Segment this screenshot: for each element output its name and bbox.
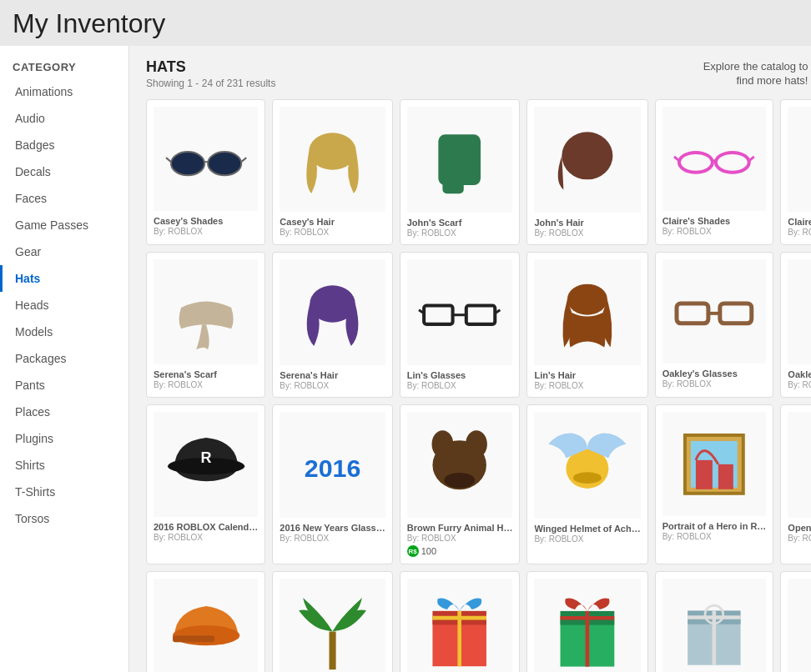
svg-point-1 xyxy=(208,152,241,175)
sidebar-item-torsos[interactable]: Torsos xyxy=(0,505,128,532)
svg-rect-16 xyxy=(425,305,453,323)
item-creator: By: ROBLOX xyxy=(788,228,811,237)
category-header: CATEGORY xyxy=(0,54,128,78)
svg-line-12 xyxy=(674,157,679,161)
sidebar-item-decals[interactable]: Decals xyxy=(0,158,128,185)
svg-line-3 xyxy=(166,158,171,162)
item-creator: By: ROBLOX xyxy=(788,534,811,543)
svg-point-43 xyxy=(173,625,239,645)
sidebar-item-gear[interactable]: Gear xyxy=(0,238,128,265)
svg-point-31 xyxy=(466,430,487,458)
item-image xyxy=(662,412,767,516)
sidebar-item-plugins[interactable]: Plugins xyxy=(0,425,128,452)
item-image xyxy=(407,107,513,213)
item-creator: By: ROBLOX xyxy=(534,228,640,238)
sidebar-item-packages[interactable]: Packages xyxy=(0,345,128,372)
item-image xyxy=(534,412,640,518)
item-name: 2016 New Years Glass… xyxy=(280,523,385,533)
item-card[interactable]: Oakley's GlassesBy: ROBLOX xyxy=(655,252,774,398)
svg-point-32 xyxy=(445,473,476,488)
item-image xyxy=(788,412,811,517)
svg-rect-45 xyxy=(329,631,335,669)
item-image: R xyxy=(154,412,258,516)
sidebar-item-audio[interactable]: Audio xyxy=(0,105,128,132)
item-name: Brown Furry Animal H… xyxy=(407,523,513,533)
item-card[interactable]: Claire's HairBy: ROBLOX xyxy=(780,99,811,245)
svg-point-30 xyxy=(432,430,454,458)
item-name: Claire's Shades xyxy=(662,216,767,226)
svg-line-4 xyxy=(241,158,246,162)
item-card[interactable]: Brown Furry Animal H…By: ROBLOXR$100 xyxy=(400,404,521,564)
sidebar-item-pants[interactable]: Pants xyxy=(0,372,128,399)
robux-icon: R$ xyxy=(407,545,419,557)
item-card[interactable]: Serena's HairBy: ROBLOX xyxy=(272,252,392,398)
page-title: My Inventory xyxy=(0,0,811,46)
sidebar-item-places[interactable]: Places xyxy=(0,399,128,425)
item-creator: By: ROBLOX xyxy=(280,381,385,390)
svg-line-13 xyxy=(749,157,754,161)
item-card[interactable]: John's HairBy: ROBLOX xyxy=(526,99,647,245)
item-card[interactable]: Hat Row 4 Item 5By: ROBLOX xyxy=(655,571,774,672)
sidebar-item-shirts[interactable]: Shirts xyxy=(0,452,128,479)
item-card[interactable]: Lin's GlassesBy: ROBLOX xyxy=(400,252,521,398)
item-image xyxy=(662,579,767,672)
content-header-left: HATS Showing 1 - 24 of 231 results xyxy=(146,58,275,89)
item-card[interactable]: Lin's HairBy: ROBLOX xyxy=(526,252,647,398)
item-creator: By: ROBLOX xyxy=(154,227,258,236)
item-card[interactable]: Portrait of a Hero in R…By: ROBLOX xyxy=(655,404,774,564)
item-card[interactable]: R2016 ROBLOX Calend…By: ROBLOX xyxy=(146,404,265,564)
sidebar-item-heads[interactable]: Heads xyxy=(0,292,128,318)
item-name: Portrait of a Hero in R… xyxy=(662,521,767,531)
item-name: John's Scarf xyxy=(407,218,513,228)
sidebar-item-models[interactable]: Models xyxy=(0,318,128,345)
svg-rect-7 xyxy=(443,163,464,193)
sidebar: CATEGORY AnimationsAudioBadgesDecalsFace… xyxy=(0,46,129,672)
item-card[interactable]: Hat Row 4 Item 1By: ROBLOX xyxy=(146,571,265,672)
item-image xyxy=(280,579,385,672)
svg-rect-23 xyxy=(720,303,752,323)
item-name: Oakley's Glasses xyxy=(662,369,767,379)
item-card[interactable]: Oakley's HairBy: ROBLOX xyxy=(780,252,811,398)
item-name: 2016 ROBLOX Calend… xyxy=(154,522,258,532)
svg-rect-22 xyxy=(677,303,708,323)
item-card[interactable]: Claire's ShadesBy: ROBLOX xyxy=(655,99,774,245)
sidebar-item-hats[interactable]: Hats xyxy=(0,265,128,292)
item-card[interactable]: Hat Row 4 Item 3By: ROBLOX xyxy=(400,571,521,672)
item-card[interactable]: Casey's ShadesBy: ROBLOX xyxy=(146,99,265,245)
item-name: John's Hair xyxy=(534,218,640,228)
item-card[interactable]: 20162016 New Years Glass…By: ROBLOX xyxy=(272,404,392,564)
item-card[interactable]: Hat Row 4 Item 6By: ROBLOX xyxy=(780,571,811,672)
content-area: HATS Showing 1 - 24 of 231 results Explo… xyxy=(129,46,811,672)
item-creator: By: ROBLOX xyxy=(662,379,767,389)
results-count: Showing 1 - 24 of 231 results xyxy=(146,78,275,89)
item-card[interactable]: Opened Hard Gift of A…By: ROBLOX xyxy=(780,404,811,564)
item-creator: By: ROBLOX xyxy=(407,228,513,238)
svg-point-21 xyxy=(567,284,607,315)
item-card[interactable]: Casey's HairBy: ROBLOX xyxy=(272,99,392,245)
item-image xyxy=(662,107,767,211)
sidebar-item-badges[interactable]: Badges xyxy=(0,132,128,158)
item-card[interactable]: Hat Row 4 Item 2By: ROBLOX xyxy=(272,571,392,672)
svg-rect-38 xyxy=(718,464,733,489)
item-image: 2016 xyxy=(280,412,385,517)
item-image xyxy=(154,259,258,364)
item-name: Opened Hard Gift of A… xyxy=(788,523,811,533)
item-card[interactable]: Winged Helmet of Ach…By: ROBLOX xyxy=(526,404,647,564)
item-card[interactable]: John's ScarfBy: ROBLOX xyxy=(400,99,521,245)
item-image xyxy=(407,412,513,518)
item-name: Oakley's Hair xyxy=(788,369,811,379)
item-card[interactable]: Serena's ScarfBy: ROBLOX xyxy=(146,252,265,398)
item-creator: By: ROBLOX xyxy=(534,381,640,390)
sidebar-item-faces[interactable]: Faces xyxy=(0,185,128,212)
item-price: R$100 xyxy=(407,545,513,557)
items-grid: Casey's ShadesBy: ROBLOXCasey's HairBy: … xyxy=(146,99,811,672)
item-creator: By: ROBLOX xyxy=(407,534,513,543)
sidebar-item-t-shirts[interactable]: T-Shirts xyxy=(0,479,128,505)
sidebar-item-game-passes[interactable]: Game Passes xyxy=(0,212,128,238)
item-name: Casey's Hair xyxy=(280,217,385,227)
item-image xyxy=(534,107,640,213)
sidebar-item-animations[interactable]: Animations xyxy=(0,78,128,105)
svg-text:R: R xyxy=(200,449,211,466)
item-image xyxy=(407,579,513,672)
item-card[interactable]: Hat Row 4 Item 4By: ROBLOX xyxy=(526,571,647,672)
